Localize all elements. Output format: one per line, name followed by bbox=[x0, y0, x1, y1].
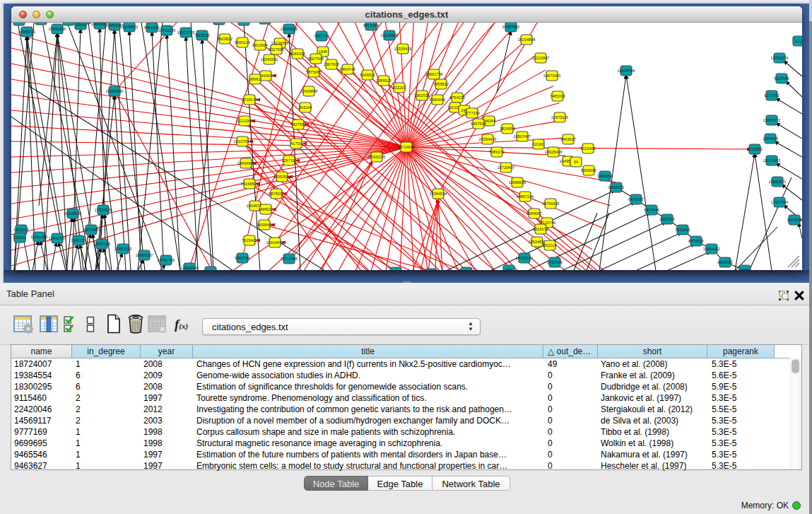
svg-text:64: 64 bbox=[574, 160, 578, 164]
svg-text:19756928: 19756928 bbox=[542, 201, 560, 206]
svg-text:1733426: 1733426 bbox=[547, 260, 563, 264]
svg-text:7357274: 7357274 bbox=[314, 34, 329, 38]
svg-text:22424848: 22424848 bbox=[300, 89, 318, 93]
svg-text:1615132: 1615132 bbox=[533, 227, 548, 231]
svg-text:8938923: 8938923 bbox=[608, 185, 624, 189]
svg-text:6479197: 6479197 bbox=[628, 197, 644, 201]
svg-text:12975115: 12975115 bbox=[551, 115, 568, 119]
svg-text:12093872: 12093872 bbox=[763, 118, 781, 122]
svg-text:15692971: 15692971 bbox=[769, 180, 787, 184]
svg-text:7515526: 7515526 bbox=[194, 33, 210, 37]
svg-text:8454749: 8454749 bbox=[340, 67, 355, 71]
svg-text:16154808: 16154808 bbox=[518, 37, 536, 42]
svg-text:1435001: 1435001 bbox=[13, 228, 29, 232]
svg-text:10107554: 10107554 bbox=[234, 139, 252, 144]
svg-text:17359928: 17359928 bbox=[95, 208, 112, 212]
svg-text:803144: 803144 bbox=[299, 105, 312, 110]
svg-text:10975887: 10975887 bbox=[83, 228, 100, 232]
svg-text:8813054: 8813054 bbox=[363, 23, 379, 28]
svg-text:18300295: 18300295 bbox=[368, 155, 386, 159]
svg-text:16971355: 16971355 bbox=[177, 30, 195, 35]
svg-text:98961: 98961 bbox=[249, 77, 261, 81]
svg-text:9427552: 9427552 bbox=[290, 122, 306, 127]
svg-text:16210943: 16210943 bbox=[763, 158, 781, 163]
svg-text:19654983: 19654983 bbox=[237, 161, 255, 165]
svg-text:1362615: 1362615 bbox=[414, 93, 430, 98]
svg-text:13353584: 13353584 bbox=[273, 175, 291, 179]
svg-text:9699695: 9699695 bbox=[581, 168, 596, 173]
svg-text:7386372: 7386372 bbox=[489, 150, 505, 154]
svg-text:16782759: 16782759 bbox=[158, 258, 175, 262]
svg-text:16961758: 16961758 bbox=[425, 72, 443, 76]
svg-text:7625402: 7625402 bbox=[242, 238, 257, 243]
svg-text:1244415: 1244415 bbox=[763, 136, 778, 141]
svg-text:8186328: 8186328 bbox=[290, 52, 305, 56]
svg-text:12505135: 12505135 bbox=[93, 242, 111, 246]
svg-text:1145132: 1145132 bbox=[71, 238, 86, 243]
svg-text:9115460: 9115460 bbox=[580, 146, 595, 151]
svg-text:8878332: 8878332 bbox=[269, 192, 284, 196]
svg-text:9857791: 9857791 bbox=[235, 256, 250, 260]
svg-text:3824554: 3824554 bbox=[500, 127, 515, 131]
svg-text:12213363: 12213363 bbox=[236, 119, 254, 123]
svg-text:16648784: 16648784 bbox=[618, 69, 635, 73]
svg-text:6497568: 6497568 bbox=[471, 122, 486, 126]
svg-text:1498222: 1498222 bbox=[258, 207, 273, 211]
svg-text:24387682: 24387682 bbox=[502, 25, 520, 29]
svg-text:9463627: 9463627 bbox=[560, 137, 576, 141]
svg-text:19384554: 19384554 bbox=[430, 192, 447, 196]
svg-text:41700: 41700 bbox=[290, 141, 302, 146]
svg-text:10025438: 10025438 bbox=[545, 150, 563, 154]
svg-text:9084067: 9084067 bbox=[526, 211, 542, 216]
svg-text:1440954: 1440954 bbox=[597, 174, 613, 178]
svg-text:12942757: 12942757 bbox=[49, 236, 66, 240]
svg-text:9327509: 9327509 bbox=[269, 47, 284, 52]
svg-text:17957223: 17957223 bbox=[114, 247, 132, 251]
svg-text:18724007: 18724007 bbox=[398, 145, 416, 149]
svg-text:12923448: 12923448 bbox=[181, 266, 199, 270]
svg-text:20091406: 20091406 bbox=[49, 27, 66, 31]
svg-text:9327508: 9327508 bbox=[308, 57, 324, 61]
svg-text:13325419: 13325419 bbox=[394, 47, 412, 51]
svg-text:1112: 1112 bbox=[794, 39, 802, 43]
svg-text:19166825: 19166825 bbox=[241, 182, 259, 186]
svg-text:2718179: 2718179 bbox=[242, 98, 257, 102]
svg-text:9227342: 9227342 bbox=[764, 93, 779, 98]
svg-text:15278602: 15278602 bbox=[121, 25, 139, 29]
svg-text:9129966: 9129966 bbox=[774, 76, 789, 81]
svg-text:16033809: 16033809 bbox=[281, 27, 298, 31]
svg-text:15720407: 15720407 bbox=[498, 165, 515, 170]
svg-text:7663822: 7663822 bbox=[217, 37, 233, 41]
svg-text:8660124: 8660124 bbox=[235, 40, 250, 45]
svg-text:10958107: 10958107 bbox=[136, 253, 153, 257]
svg-text:13751074: 13751074 bbox=[771, 56, 789, 60]
svg-text:18807249: 18807249 bbox=[517, 194, 534, 199]
svg-text:1546: 1546 bbox=[319, 49, 327, 54]
svg-text:391511: 391511 bbox=[13, 235, 26, 240]
svg-text:17016504: 17016504 bbox=[771, 200, 789, 204]
svg-text:20206536: 20206536 bbox=[64, 211, 82, 216]
svg-text:20364436: 20364436 bbox=[479, 137, 497, 141]
svg-text:2367608: 2367608 bbox=[324, 62, 339, 66]
svg-text:1167533: 1167533 bbox=[787, 218, 801, 222]
svg-text:5875685: 5875685 bbox=[306, 70, 322, 74]
svg-text:9146821: 9146821 bbox=[360, 73, 375, 77]
svg-text:7632621: 7632621 bbox=[675, 228, 690, 232]
svg-text:62160: 62160 bbox=[533, 142, 544, 146]
svg-text:9245652: 9245652 bbox=[717, 260, 733, 264]
svg-text:7955812: 7955812 bbox=[433, 82, 449, 86]
svg-text:7485063: 7485063 bbox=[550, 94, 565, 98]
svg-text:20053346: 20053346 bbox=[106, 89, 124, 93]
svg-text:3215955: 3215955 bbox=[747, 147, 763, 151]
svg-text:9777169: 9777169 bbox=[464, 111, 480, 115]
svg-text:10973493: 10973493 bbox=[543, 74, 561, 78]
svg-text:16543362: 16543362 bbox=[261, 57, 278, 62]
svg-text:129: 129 bbox=[207, 269, 213, 270]
svg-text:11156829: 11156829 bbox=[30, 235, 47, 239]
svg-text:822203: 822203 bbox=[393, 86, 406, 90]
svg-text:14055721: 14055721 bbox=[18, 30, 36, 34]
svg-text:10719155: 10719155 bbox=[158, 28, 176, 33]
svg-text:14099489: 14099489 bbox=[256, 223, 273, 227]
svg-text:1588520: 1588520 bbox=[376, 78, 392, 83]
svg-text:16914479: 16914479 bbox=[266, 240, 284, 245]
